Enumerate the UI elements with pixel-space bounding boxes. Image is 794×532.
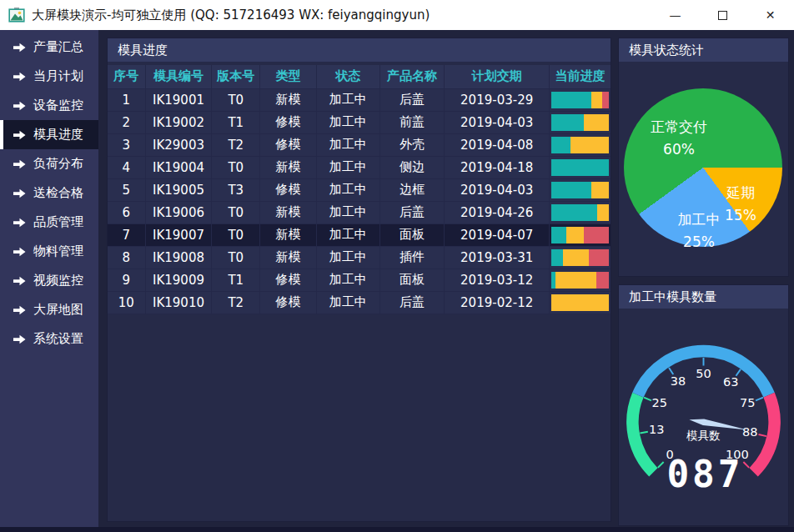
- progress-segment-teal: [551, 182, 591, 198]
- progress-segment-teal: [551, 159, 609, 176]
- sidebar-item-10[interactable]: 大屏地图: [0, 295, 98, 324]
- cell-progress: [549, 246, 611, 269]
- progress-bar: [551, 227, 609, 243]
- sidebar-item-label: 产量汇总: [33, 39, 83, 55]
- mold-progress-table: 序号模具编号版本号类型状态产品名称计划交期当前进度 1IK19001T0新模加工…: [108, 65, 611, 314]
- gauge-tick: [759, 434, 766, 436]
- cell-progress: [549, 269, 611, 291]
- gauge-tick-label: 50: [696, 367, 711, 380]
- arrow-icon: [13, 130, 26, 140]
- mold-progress-panel: 模具进度 序号模具编号版本号类型状态产品名称计划交期当前进度 1IK19001T…: [107, 38, 611, 522]
- column-header-4: 类型: [260, 65, 317, 88]
- sidebar-item-6[interactable]: 送检合格: [0, 178, 98, 208]
- progress-segment-teal: [551, 114, 584, 131]
- cell-status: 加工中: [316, 88, 379, 111]
- gauge-chart: 013253850637588100模具数087: [619, 329, 788, 525]
- table-row[interactable]: 4IK19004T0新模加工中侧边2019-04-18: [108, 156, 611, 178]
- table-row[interactable]: 9IK19009T1修模加工中面板2019-03-12: [108, 269, 611, 291]
- close-button[interactable]: ✕: [746, 0, 794, 30]
- cell-progress: [549, 156, 611, 178]
- cell-progress: [549, 133, 611, 156]
- cell-due_date: 2019-04-03: [445, 178, 549, 201]
- gauge-tick: [743, 462, 749, 468]
- cell-seq: 1: [108, 88, 145, 111]
- arrow-icon: [13, 188, 26, 198]
- progress-segment-teal: [551, 227, 566, 243]
- pie-chart-body: 正常交付60%延期15%加工中25%: [619, 62, 788, 276]
- table-row[interactable]: 10IK19010T2修模加工中后盖2019-02-12: [108, 291, 611, 314]
- progress-segment-teal: [551, 204, 597, 221]
- cell-version: T0: [212, 201, 260, 223]
- cell-mold_no: IK19004: [145, 156, 212, 178]
- progress-bar: [551, 294, 609, 311]
- cell-product: 后盖: [379, 201, 445, 223]
- progress-segment-red: [589, 249, 608, 266]
- progress-bar: [551, 114, 609, 131]
- cell-product: 侧边: [379, 156, 445, 178]
- sidebar-item-9[interactable]: 视频监控: [0, 266, 98, 295]
- sidebar-item-8[interactable]: 物料管理: [0, 237, 98, 266]
- cell-mold_no: IK19009: [145, 269, 212, 291]
- mold-status-panel-header: 模具状态统计: [619, 38, 788, 62]
- cell-mold_no: IK19007: [145, 223, 212, 246]
- sidebar-item-3[interactable]: 设备监控: [0, 91, 98, 120]
- sidebar-item-2[interactable]: 当月计划: [0, 62, 98, 91]
- progress-segment-yellow: [563, 249, 590, 266]
- gauge-tick-label: 13: [649, 423, 664, 436]
- gauge-tick: [644, 398, 651, 401]
- column-header-8: 当前进度: [549, 65, 611, 88]
- sidebar-item-4[interactable]: 模具进度: [0, 120, 98, 149]
- table-row[interactable]: 6IK19006T0新模加工中后盖2019-04-26: [108, 201, 611, 223]
- pie-slice-label: 延期15%: [725, 182, 756, 227]
- sidebar-item-11[interactable]: 系统设置: [0, 324, 98, 354]
- cell-status: 加工中: [316, 269, 379, 291]
- cell-mold_no: IK19005: [145, 178, 212, 201]
- mold-status-panel-title: 模具状态统计: [629, 43, 704, 58]
- column-header-2: 模具编号: [145, 65, 212, 88]
- progress-segment-yellow: [551, 294, 609, 311]
- progress-bar: [551, 249, 609, 266]
- table-row[interactable]: 3IK29003T2修模加工中外壳2019-04-08: [108, 133, 611, 156]
- cell-seq: 7: [108, 223, 145, 246]
- sidebar-item-1[interactable]: 产量汇总: [0, 33, 98, 62]
- gauge-tick: [658, 462, 664, 468]
- sidebar-item-label: 品质管理: [33, 214, 83, 230]
- sidebar-item-5[interactable]: 负荷分布: [0, 149, 98, 178]
- gauge-center-label: 模具数: [686, 429, 721, 442]
- maximize-icon: [718, 11, 727, 20]
- sidebar-item-label: 当月计划: [33, 68, 83, 84]
- cell-status: 加工中: [316, 291, 379, 314]
- window-bottom-edge: [0, 527, 794, 532]
- app-window: 大屏模块演示-均可独立使用 (QQ: 517216493 WX: feiyang…: [0, 0, 794, 532]
- gauge-tick-label: 63: [723, 376, 738, 389]
- arrow-icon: [13, 43, 26, 53]
- sidebar-item-label: 视频监控: [33, 273, 83, 289]
- table-row[interactable]: 7IK19007T0新模加工中面板2019-04-07: [108, 223, 611, 246]
- app-body: 产量汇总当月计划设备监控模具进度负荷分布送检合格品质管理物料管理视频监控大屏地图…: [0, 30, 794, 527]
- table-row[interactable]: 2IK19002T1修模加工中前盖2019-04-03: [108, 111, 611, 133]
- pie-slice-label: 加工中25%: [678, 208, 721, 253]
- cell-version: T0: [212, 156, 260, 178]
- arrow-icon: [13, 159, 26, 169]
- table-row[interactable]: 5IK19005T3修模加工中边框2019-04-03: [108, 178, 611, 201]
- cell-type: 修模: [260, 178, 317, 201]
- mold-progress-panel-title: 模具进度: [118, 43, 168, 58]
- cell-due_date: 2019-04-07: [445, 223, 549, 246]
- table-row[interactable]: 8IK19008T0新模加工中插件2019-03-31: [108, 246, 611, 269]
- progress-segment-yellow: [570, 137, 609, 153]
- maximize-button[interactable]: [699, 0, 746, 30]
- processing-count-panel-title: 加工中模具数量: [629, 289, 716, 305]
- mold-status-panel: 模具状态统计 正常交付60%延期15%加工中25%: [618, 38, 789, 277]
- minimize-button[interactable]: —: [651, 0, 699, 30]
- sidebar-item-7[interactable]: 品质管理: [0, 208, 98, 237]
- arrow-icon: [13, 72, 26, 82]
- sidebar-item-label: 系统设置: [33, 331, 83, 347]
- processing-count-panel-header: 加工中模具数量: [619, 285, 788, 309]
- gauge-tick: [669, 368, 673, 374]
- cell-type: 修模: [260, 111, 317, 133]
- table-row[interactable]: 1IK19001T0新模加工中后盖2019-03-29: [108, 88, 611, 111]
- progress-segment-red: [602, 92, 609, 108]
- cell-version: T2: [212, 291, 260, 314]
- cell-progress: [549, 291, 611, 314]
- titlebar[interactable]: 大屏模块演示-均可独立使用 (QQ: 517216493 WX: feiyang…: [0, 0, 794, 30]
